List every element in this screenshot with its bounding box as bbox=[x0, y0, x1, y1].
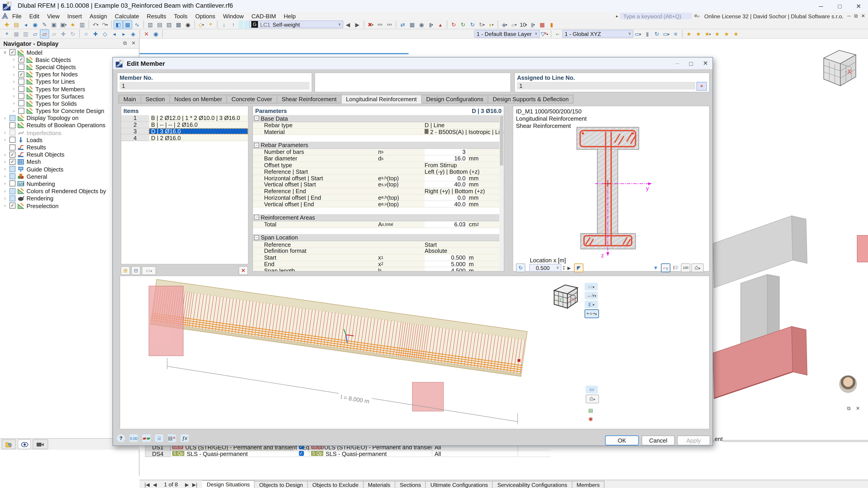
param-value[interactable]: Right (+y) | Bottom (+z) bbox=[425, 188, 504, 195]
pan-icon[interactable]: ◇ bbox=[101, 30, 109, 38]
table-sc-icon[interactable]: ▧ bbox=[165, 20, 174, 29]
param-value[interactable]: 3 bbox=[425, 149, 467, 156]
active-cell[interactable]: ✓ bbox=[293, 450, 309, 457]
navigator-tab-projects[interactable] bbox=[2, 439, 16, 449]
zoom-window-icon[interactable]: ○ bbox=[82, 30, 90, 38]
new-model-icon[interactable]: ✚ bbox=[3, 20, 11, 29]
expand-icon[interactable]: › bbox=[11, 79, 17, 84]
menu-insert[interactable]: Insert bbox=[64, 12, 86, 20]
tables-panel-icon[interactable]: ▦ bbox=[123, 20, 132, 29]
checkbox[interactable] bbox=[9, 122, 16, 128]
expand-icon[interactable]: › bbox=[2, 174, 8, 179]
work-plane-sel-icon[interactable]: ▱ bbox=[40, 30, 49, 38]
mesh-red-icon[interactable]: ▦ bbox=[538, 20, 546, 29]
param-row[interactable]: Horizontal offset | Startes,h (top)0.0mm bbox=[253, 175, 504, 182]
section-dimension-button[interactable]: 100 bbox=[681, 263, 690, 272]
param-value[interactable]: 0.0 bbox=[425, 195, 467, 201]
rotate-y-icon[interactable]: ↻ bbox=[459, 20, 467, 29]
param-row[interactable]: ReferenceStart bbox=[253, 241, 504, 248]
panel-close-icon[interactable]: ✕ bbox=[861, 13, 865, 19]
expand-icon[interactable]: › bbox=[2, 152, 8, 157]
generate-lines-icon[interactable]: ★ bbox=[694, 30, 703, 38]
help-button[interactable]: ? bbox=[117, 434, 125, 442]
navigator-tab-display[interactable] bbox=[18, 439, 31, 449]
expand-icon[interactable]: › bbox=[2, 166, 8, 171]
loadcase-list2-icon[interactable] bbox=[244, 20, 249, 29]
param-row[interactable]: Vertical offset | Startes,v (top)40.0mm bbox=[253, 182, 504, 188]
expand-icon[interactable]: › bbox=[11, 72, 17, 77]
diagram-panel-icon[interactable]: ∿ bbox=[133, 20, 141, 29]
select-special-icon[interactable]: ◇▾ bbox=[197, 20, 206, 29]
checkbox[interactable] bbox=[18, 100, 24, 106]
param-value[interactable]: 40.0 bbox=[425, 182, 467, 188]
cancel-button[interactable]: Cancel bbox=[642, 435, 675, 445]
save-icon[interactable]: ▣ bbox=[50, 20, 58, 29]
user-view-icon[interactable]: ◉ bbox=[417, 20, 426, 29]
help-lookup-icon[interactable]: ◉ bbox=[184, 20, 192, 29]
back-icon[interactable]: ◂ bbox=[22, 20, 30, 29]
copy-item-button[interactable]: ⊟ bbox=[131, 266, 141, 275]
checkbox[interactable] bbox=[9, 166, 16, 172]
param-value[interactable]: D | Line bbox=[425, 122, 504, 129]
search-input[interactable]: Type a keyword (Alt+Q) bbox=[620, 13, 692, 19]
checkbox[interactable] bbox=[9, 195, 16, 201]
checkbox[interactable] bbox=[9, 188, 16, 194]
table-row[interactable]: 3D | 3 Ø16.0 bbox=[121, 128, 248, 135]
tab-concrete-cover[interactable]: Concrete Cover bbox=[227, 95, 277, 103]
expand-icon[interactable]: › bbox=[2, 137, 8, 142]
section-print-button[interactable]: ⎙▾ bbox=[691, 263, 704, 272]
checkbox[interactable] bbox=[9, 137, 16, 143]
snap-grid-icon[interactable]: ⌖ bbox=[3, 30, 11, 38]
param-row[interactable]: Bar diameterds16.0mm bbox=[253, 156, 504, 162]
param-value[interactable]: 4.500 bbox=[425, 267, 467, 272]
param-value[interactable]: Start bbox=[425, 241, 504, 248]
dim-values-1-icon[interactable]: xxx bbox=[376, 20, 384, 29]
expand-icon[interactable]: › bbox=[11, 94, 17, 98]
pick-object-icon[interactable]: ⌖ bbox=[206, 20, 215, 29]
checkbox[interactable] bbox=[18, 78, 24, 85]
grid-icon[interactable]: ▦ bbox=[12, 30, 21, 38]
table-tab-objects-to-design[interactable]: Objects to Design bbox=[255, 481, 308, 488]
zoom-in-icon[interactable]: ✚ bbox=[91, 30, 100, 38]
isometric-view-icon[interactable]: ◈ bbox=[129, 30, 137, 38]
param-group-span-location[interactable]: –Span Location bbox=[253, 234, 504, 241]
minimize-button[interactable]: ─ bbox=[811, 0, 830, 12]
edit-save-icon[interactable]: ✎ bbox=[40, 20, 49, 29]
new-load-icon[interactable]: ↓ bbox=[220, 20, 228, 29]
view-screen-button[interactable]: ▭ bbox=[586, 386, 599, 393]
view-print-button[interactable]: ⎙▾ bbox=[586, 394, 600, 403]
menu-assign[interactable]: Assign bbox=[86, 12, 111, 20]
clip-object-icon[interactable]: ✕ bbox=[142, 30, 151, 38]
view-style-button[interactable]: ▭▾ bbox=[585, 283, 599, 290]
coordinate-system-combo[interactable]: 1 - Global XYZ∨ bbox=[562, 30, 633, 37]
table-tab-sections[interactable]: Sections bbox=[395, 481, 426, 488]
dim-values-2-icon[interactable]: xxx bbox=[385, 20, 394, 29]
panel-orange-icon[interactable]: ▮ bbox=[548, 20, 556, 29]
printout-report-icon[interactable]: ▥ bbox=[78, 20, 86, 29]
expand-icon[interactable]: › bbox=[11, 101, 17, 106]
section-rotate-button[interactable]: ↻ bbox=[516, 263, 525, 272]
tab-longitudinal-reinforcement[interactable]: Longitudinal Reinforcement bbox=[342, 95, 422, 103]
view-solid-button[interactable]: ◧▾ bbox=[585, 300, 599, 308]
prev-loadcase-icon[interactable]: ◀ bbox=[344, 20, 352, 29]
menu-edit[interactable]: Edit bbox=[25, 12, 43, 20]
param-row[interactable]: Rebar typeD | Line bbox=[253, 122, 504, 129]
display-settings-button[interactable]: ⌸ bbox=[155, 434, 163, 442]
dialog-close-icon[interactable]: ✕ bbox=[703, 60, 708, 67]
param-row[interactable]: Reference | EndRight (+y) | Bottom (+z) bbox=[253, 188, 504, 195]
generate-panel-icon[interactable]: ★ bbox=[732, 30, 740, 38]
table-layers-icon[interactable]: ▩ bbox=[174, 20, 183, 29]
search-expand-icon[interactable]: ▸ bbox=[616, 13, 618, 19]
panel-minimize-icon[interactable]: ─ bbox=[847, 13, 851, 19]
next-page-icon[interactable]: ▶ bbox=[183, 482, 191, 487]
member-no-field[interactable]: 1 bbox=[120, 82, 309, 90]
expand-icon[interactable]: ∨ bbox=[2, 50, 8, 55]
expand-icon[interactable]: › bbox=[11, 86, 17, 91]
delete-item-button[interactable]: ✕ bbox=[239, 266, 248, 275]
menu-options[interactable]: Options bbox=[191, 12, 219, 20]
next-loadcase-icon[interactable]: ▶ bbox=[353, 20, 362, 29]
tab-main[interactable]: Main bbox=[119, 95, 141, 103]
table-tab-serviceability-configurations[interactable]: Serviceability Configurations bbox=[493, 481, 572, 488]
checkbox[interactable] bbox=[9, 115, 16, 121]
expand-icon[interactable]: › bbox=[2, 116, 8, 121]
